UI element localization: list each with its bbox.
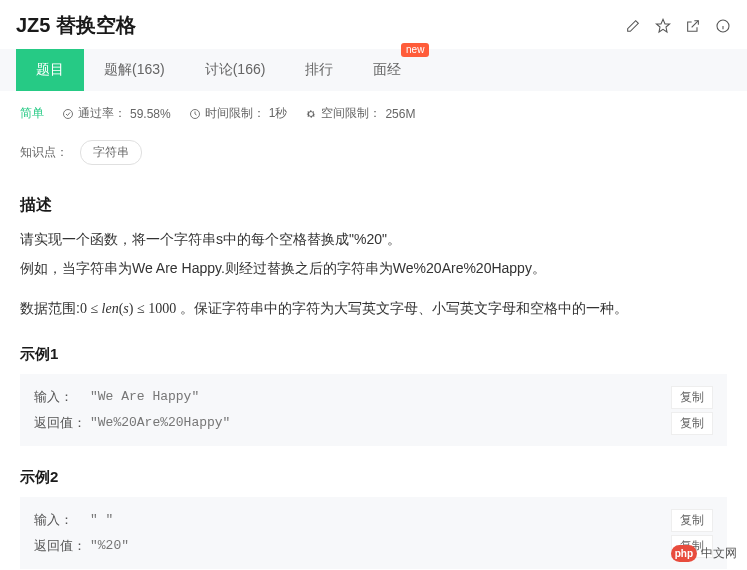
- input-value: " ": [90, 512, 113, 527]
- example1-output-row: 返回值： "We%20Are%20Happy" 复制: [34, 410, 713, 436]
- tabs: 题目 题解(163) 讨论(166) 排行 面经 new: [0, 49, 747, 91]
- output-value: "We%20Are%20Happy": [90, 415, 230, 430]
- space-limit: 空间限制：256M: [305, 105, 415, 122]
- example2-heading: 示例2: [20, 468, 727, 487]
- clock-icon: [189, 108, 201, 120]
- pass-rate: 通过率：59.58%: [62, 105, 171, 122]
- meta-row: 简单 通过率：59.58% 时间限制：1秒 空间限制：256M: [0, 91, 747, 136]
- math-range: 0 ≤ len(s) ≤ 1000: [80, 301, 176, 316]
- description-p2: 例如，当字符串为We Are Happy.则经过替换之后的字符串为We%20Ar…: [20, 255, 727, 282]
- gear-icon: [305, 108, 317, 120]
- content: 描述 请实现一个函数，将一个字符串s中的每个空格替换成"%20"。 例如，当字符…: [0, 179, 747, 570]
- output-label: 返回值：: [34, 414, 90, 432]
- input-value: "We Are Happy": [90, 389, 199, 404]
- share-icon[interactable]: [685, 18, 701, 34]
- tags-label: 知识点：: [20, 144, 68, 161]
- check-circle-icon: [62, 108, 74, 120]
- description-range: 数据范围:0 ≤ len(s) ≤ 1000 。保证字符串中的字符为大写英文字母…: [20, 295, 727, 323]
- input-label: 输入：: [34, 511, 90, 529]
- example1-box: 输入： "We Are Happy" 复制 返回值： "We%20Are%20H…: [20, 374, 727, 446]
- svg-point-1: [64, 109, 73, 118]
- tab-problem[interactable]: 题目: [16, 49, 84, 91]
- example2-input-row: 输入： " " 复制: [34, 507, 713, 533]
- example2-box: 输入： " " 复制 返回值： "%20" 复制: [20, 497, 727, 569]
- example1-input-row: 输入： "We Are Happy" 复制: [34, 384, 713, 410]
- edit-icon[interactable]: [625, 18, 641, 34]
- star-icon[interactable]: [655, 18, 671, 34]
- tab-ranking[interactable]: 排行: [285, 49, 353, 91]
- copy-button[interactable]: 复制: [671, 386, 713, 409]
- output-value: "%20": [90, 538, 129, 553]
- copy-button[interactable]: 复制: [671, 412, 713, 435]
- tab-solutions[interactable]: 题解(163): [84, 49, 185, 91]
- copy-button[interactable]: 复制: [671, 509, 713, 532]
- description-heading: 描述: [20, 195, 727, 216]
- input-label: 输入：: [34, 388, 90, 406]
- header-actions: [625, 18, 731, 34]
- brand-text: 中文网: [701, 545, 737, 562]
- output-label: 返回值：: [34, 537, 90, 555]
- header: JZ5 替换空格: [0, 0, 747, 49]
- new-badge: new: [401, 43, 429, 57]
- time-limit: 时间限制：1秒: [189, 105, 288, 122]
- example1-heading: 示例1: [20, 345, 727, 364]
- description-p1: 请实现一个函数，将一个字符串s中的每个空格替换成"%20"。: [20, 226, 727, 253]
- brand-logo: php: [671, 545, 697, 562]
- example2-output-row: 返回值： "%20" 复制: [34, 533, 713, 559]
- tags-row: 知识点： 字符串: [0, 136, 747, 179]
- tab-interview[interactable]: 面经 new: [353, 49, 421, 91]
- tag-item[interactable]: 字符串: [80, 140, 142, 165]
- tab-discuss[interactable]: 讨论(166): [185, 49, 286, 91]
- page-title: JZ5 替换空格: [16, 12, 136, 39]
- info-icon[interactable]: [715, 18, 731, 34]
- tab-interview-label: 面经: [373, 61, 401, 79]
- footer-brand: php 中文网: [671, 545, 737, 562]
- difficulty-label: 简单: [20, 105, 44, 122]
